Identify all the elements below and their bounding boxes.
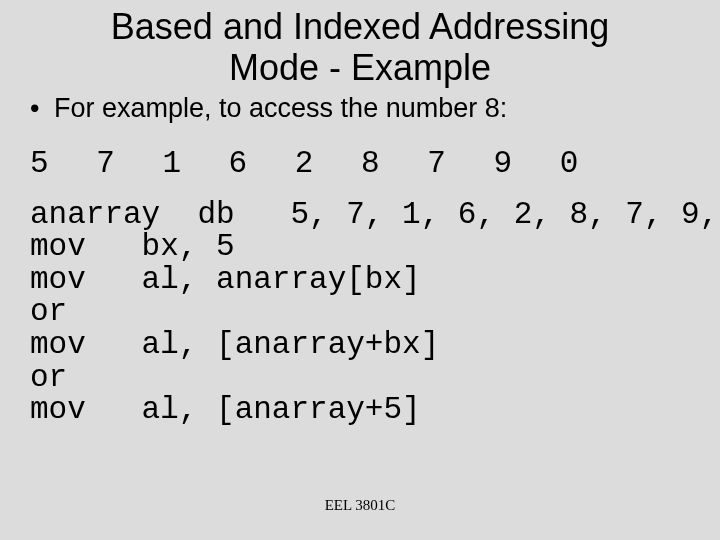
slide: Based and Indexed Addressing Mode - Exam… bbox=[0, 0, 720, 540]
slide-title: Based and Indexed Addressing Mode - Exam… bbox=[0, 0, 720, 89]
array-values: 5 7 1 6 2 8 7 9 0 bbox=[0, 146, 720, 181]
code-block: anarray db 5, 7, 1, 6, 2, 8, 7, 9, 0 mov… bbox=[0, 199, 720, 427]
bullet-dot-icon: • bbox=[30, 93, 54, 124]
footer-text: EEL 3801C bbox=[0, 497, 720, 514]
bullet-text: For example, to access the number 8: bbox=[54, 93, 507, 123]
title-line-1: Based and Indexed Addressing bbox=[111, 6, 609, 47]
title-line-2: Mode - Example bbox=[229, 47, 491, 88]
bullet-line: •For example, to access the number 8: bbox=[0, 93, 720, 124]
